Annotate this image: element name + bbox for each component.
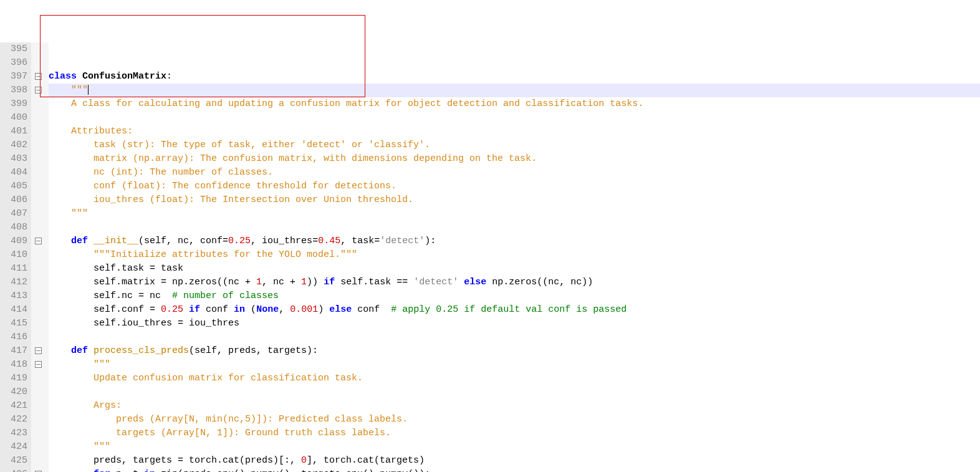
fold-cell[interactable] [31, 344, 49, 358]
token-punct: : [166, 71, 172, 82]
token-kw: for [94, 469, 110, 472]
token-id: self.nc = nc [49, 291, 172, 301]
line-number: 396 [2, 56, 27, 70]
code-line[interactable] [49, 56, 980, 70]
code-area[interactable]: class ConfusionMatrix: """ A class for c… [49, 42, 980, 472]
fold-toggle-icon[interactable] [35, 87, 42, 94]
token-kw: def [71, 345, 94, 356]
token-id: self.matrix = np.zeros((nc + [49, 277, 256, 287]
fold-cell [31, 166, 49, 180]
fold-cell[interactable] [31, 84, 49, 97]
fold-cell [31, 42, 49, 56]
fold-cell [31, 262, 49, 276]
line-number: 408 [2, 221, 27, 234]
code-line[interactable]: self.nc = nc # number of classes [49, 289, 980, 303]
code-line[interactable] [49, 111, 980, 125]
code-line[interactable]: class ConfusionMatrix: [49, 70, 980, 84]
code-line[interactable]: self.conf = 0.25 if conf in (None, 0.001… [49, 303, 980, 317]
fold-toggle-icon[interactable] [35, 238, 42, 244]
token-doc: A class for calculating and updating a c… [49, 99, 643, 109]
code-line[interactable]: task (str): The type of task, either 'de… [49, 138, 980, 152]
code-editor[interactable]: 3953963973983994004014024034044054064074… [0, 42, 980, 472]
fold-cell [31, 207, 49, 221]
code-line[interactable]: """Initialize attributes for the YOLO mo… [49, 248, 980, 262]
line-number: 403 [2, 152, 27, 166]
fold-toggle-icon[interactable] [35, 73, 42, 80]
code-line[interactable]: self.matrix = np.zeros((nc + 1, nc + 1))… [49, 276, 980, 289]
code-line[interactable]: for p, t in zip(preds.cpu().numpy(), tar… [49, 468, 980, 472]
token-id [183, 304, 189, 315]
token-num: 1 [256, 277, 262, 287]
code-line[interactable]: conf (float): The confidence threshold f… [49, 180, 980, 193]
token-kw: else [464, 277, 486, 287]
token-doc: matrix (np.array): The confusion matrix,… [49, 153, 537, 164]
token-doc: """ [49, 441, 110, 452]
fold-cell [31, 138, 49, 152]
fold-toggle-icon[interactable] [35, 347, 42, 354]
token-id: conf [200, 304, 234, 315]
token-id [49, 469, 94, 472]
code-line[interactable]: """ [49, 84, 980, 97]
code-line[interactable]: Update confusion matrix for classificati… [49, 372, 980, 385]
token-kw: in [234, 304, 245, 315]
code-line[interactable]: targets (Array[N, 1]): Ground truth clas… [49, 426, 980, 440]
fold-cell [31, 440, 49, 454]
code-line[interactable]: """ [49, 207, 980, 221]
token-doc: conf (float): The confidence threshold f… [49, 181, 396, 191]
text-caret [88, 85, 89, 95]
fold-cell[interactable] [31, 234, 49, 248]
line-number: 399 [2, 97, 27, 111]
code-line[interactable]: """ [49, 440, 980, 454]
line-number: 411 [2, 262, 27, 276]
line-number: 421 [2, 399, 27, 413]
code-line[interactable]: A class for calculating and updating a c… [49, 97, 980, 111]
line-number: 400 [2, 111, 27, 125]
fold-cell [31, 125, 49, 138]
code-line[interactable]: """ [49, 358, 980, 372]
token-id: , task= [340, 236, 380, 246]
code-line[interactable]: Attributes: [49, 125, 980, 138]
line-number: 395 [2, 42, 27, 56]
token-id: self, nc, conf= [144, 236, 228, 246]
code-line[interactable]: preds, targets = torch.cat(preds)[:, 0],… [49, 454, 980, 468]
token-kw: class [49, 71, 82, 82]
fold-cell [31, 317, 49, 330]
token-kw: in [144, 469, 155, 472]
line-number: 402 [2, 138, 27, 152]
token-id: )) [307, 277, 324, 287]
token-id: self.task = task [49, 263, 183, 274]
code-line[interactable]: matrix (np.array): The confusion matrix,… [49, 152, 980, 166]
line-number: 409 [2, 234, 27, 248]
code-line[interactable]: preds (Array[N, min(nc,5)]): Predicted c… [49, 413, 980, 426]
token-punct: ): [307, 345, 318, 356]
token-doc: Args: [49, 400, 122, 411]
token-magic: __init__ [94, 236, 138, 246]
fold-column[interactable] [31, 42, 49, 472]
fold-cell [31, 221, 49, 234]
code-line[interactable]: self.task = task [49, 262, 980, 276]
code-line[interactable]: iou_thres (float): The Intersection over… [49, 193, 980, 207]
token-id: ], torch.cat(targets) [307, 455, 425, 466]
line-number: 401 [2, 125, 27, 138]
token-id [458, 277, 464, 287]
fold-cell[interactable] [31, 358, 49, 372]
code-line[interactable]: def process_cls_preds(self, preds, targe… [49, 344, 980, 358]
code-line[interactable] [49, 221, 980, 234]
code-line[interactable]: def __init__(self, nc, conf=0.25, iou_th… [49, 234, 980, 248]
fold-cell [31, 193, 49, 207]
fold-cell [31, 289, 49, 303]
fold-cell[interactable] [31, 468, 49, 472]
code-line[interactable] [49, 42, 980, 56]
token-kw: else [329, 304, 352, 315]
line-number: 417 [2, 344, 27, 358]
code-line[interactable] [49, 385, 980, 399]
code-line[interactable]: Args: [49, 399, 980, 413]
code-line[interactable]: nc (int): The number of classes. [49, 166, 980, 180]
token-punct: ( [138, 236, 144, 246]
fold-cell[interactable] [31, 70, 49, 84]
code-line[interactable] [49, 330, 980, 344]
fold-toggle-icon[interactable] [35, 361, 42, 368]
token-id: preds, targets = torch.cat(preds)[:, [49, 455, 301, 466]
token-id: self, preds, targets [195, 345, 307, 356]
code-line[interactable]: self.iou_thres = iou_thres [49, 317, 980, 330]
